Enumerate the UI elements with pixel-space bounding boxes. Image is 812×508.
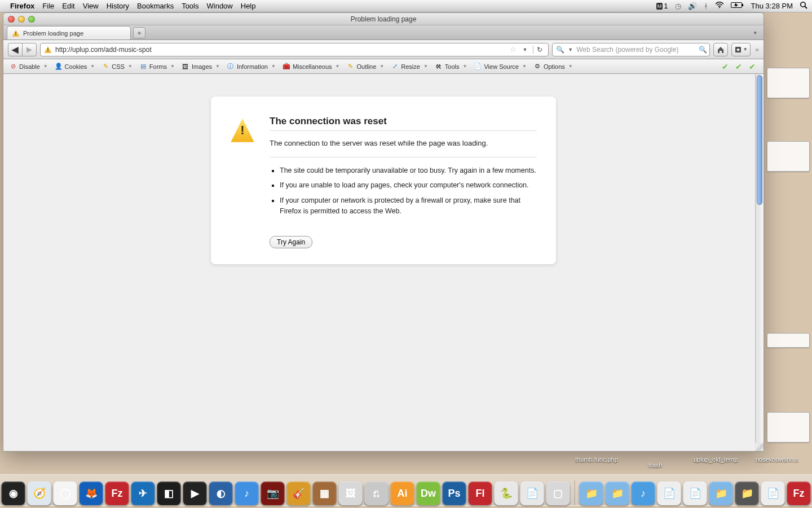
window-titlebar[interactable]: Problem loading page — [3, 13, 764, 25]
home-button[interactable] — [713, 43, 728, 56]
dock-stack-folder1[interactable]: 📁 — [580, 481, 603, 505]
viewsource-icon: 📄 — [474, 63, 482, 71]
history-dropdown-icon[interactable]: ▼ — [520, 47, 529, 52]
dev-tools[interactable]: 🛠Tools▼ — [433, 62, 471, 72]
address-bar[interactable]: http://uplup.com/add-music-spot ☆ ▼ ↻ — [40, 43, 549, 56]
menu-help[interactable]: Help — [241, 2, 256, 10]
dev-options[interactable]: ⚙Options▼ — [531, 62, 576, 72]
page-content: The connection was reset The connection … — [3, 74, 764, 451]
dock-stack-doc2[interactable]: 📄 — [683, 481, 707, 505]
tabs-menu-button[interactable]: ▾ — [751, 29, 759, 37]
resize-grip[interactable] — [755, 443, 764, 451]
timemachine-icon[interactable]: ◷ — [675, 2, 681, 10]
dock-app-dreamweaver[interactable]: Dw — [417, 481, 440, 505]
dock-app-app4[interactable]: ⎌ — [365, 481, 389, 505]
dock-app-python[interactable]: 🐍 — [495, 481, 518, 505]
dev-viewsource[interactable]: 📄View Source▼ — [471, 62, 529, 72]
desktop-item[interactable] — [767, 333, 810, 348]
dock-app-itunes[interactable]: ♪ — [235, 481, 259, 505]
menu-edit[interactable]: Edit — [62, 2, 74, 10]
check-icon[interactable]: ✔ — [735, 62, 742, 71]
tools-icon: 🛠 — [435, 63, 443, 71]
tab-active[interactable]: Problem loading page — [7, 26, 131, 40]
back-button[interactable]: ◀ — [8, 43, 23, 56]
error-suggestions: The site could be temporarily unavailabl… — [270, 165, 537, 217]
try-again-button[interactable]: Try Again — [270, 236, 312, 248]
dock-app-illustrator[interactable]: Ai — [391, 481, 414, 505]
dev-resize[interactable]: ⤢Resize▼ — [389, 62, 431, 72]
dev-outline[interactable]: ✎Outline▼ — [345, 62, 388, 72]
volume-icon[interactable]: 🔊 — [688, 2, 697, 10]
wifi-icon[interactable] — [715, 2, 724, 10]
scrollbar-thumb[interactable] — [757, 75, 762, 205]
forward-button[interactable]: ▶ — [22, 43, 37, 56]
dock-app-app2[interactable]: ◐ — [209, 481, 233, 505]
desktop-item[interactable] — [767, 68, 810, 98]
chevron-down-icon: ▼ — [169, 64, 176, 69]
search-bar[interactable]: 🔍 ▼ Web Search (powered by Google) 🔍 — [552, 43, 710, 56]
dock-stack-folder2[interactable]: 📁 — [606, 481, 629, 505]
menu-tools[interactable]: Tools — [182, 2, 198, 10]
bookmarks-button[interactable]: ▼ — [731, 43, 751, 56]
dock-app-flash[interactable]: Fl — [469, 481, 492, 505]
bookmark-star-icon[interactable]: ☆ — [510, 45, 517, 54]
dock-app-tweetdeck[interactable]: ✈ — [131, 481, 155, 505]
reload-button[interactable]: ↻ — [533, 46, 546, 54]
menu-file[interactable]: File — [42, 2, 54, 10]
dev-css[interactable]: ✎CSS▼ — [99, 62, 136, 72]
dock-app-textedit[interactable]: 📄 — [520, 481, 544, 505]
check-icon[interactable]: ✔ — [749, 62, 756, 71]
outline-icon: ✎ — [347, 63, 355, 71]
menubar-appname[interactable]: Firefox — [10, 2, 34, 10]
spotlight-icon[interactable] — [800, 1, 807, 11]
desktop-item[interactable] — [767, 141, 810, 172]
menu-window[interactable]: Window — [207, 2, 233, 10]
menubar-clock[interactable]: Thu 3:28 PM — [751, 2, 793, 10]
dock-stack-music[interactable]: ♪ — [632, 481, 655, 505]
bluetooth-icon[interactable]: ᚼ — [704, 2, 708, 10]
adobe-icon[interactable]: M 1 — [656, 2, 668, 10]
dev-forms[interactable]: ▤Forms▼ — [137, 62, 178, 72]
dock-stack-folder4[interactable]: 📁 — [735, 481, 759, 505]
overflow-icon[interactable]: » — [755, 46, 759, 54]
dock-app-garageband[interactable]: 🎸 — [287, 481, 311, 505]
dock-stack-doc1[interactable]: 📄 — [657, 481, 681, 505]
browser-window: Problem loading page Problem loading pag… — [3, 12, 764, 452]
menu-history[interactable]: History — [107, 2, 129, 10]
dock-app-terminal[interactable]: ▢ — [546, 481, 570, 505]
dock-app-app3[interactable]: ▦ — [313, 481, 337, 505]
dock-app-preview[interactable]: 🖼 — [339, 481, 363, 505]
chevron-down-icon: ▼ — [378, 64, 385, 69]
vertical-scrollbar[interactable] — [755, 74, 764, 451]
menu-bookmarks[interactable]: Bookmarks — [137, 2, 174, 10]
dock-app-quicktime[interactable]: ▶ — [183, 481, 207, 505]
dev-miscellaneous[interactable]: 🧰Miscellaneous▼ — [280, 62, 343, 72]
dock-stack-folder3[interactable]: 📁 — [709, 481, 733, 505]
error-bullet: The site could be temporarily unavailabl… — [280, 165, 537, 176]
dock-app-photobooth[interactable]: 📷 — [261, 481, 285, 505]
new-tab-button[interactable]: + — [133, 27, 145, 38]
dev-information[interactable]: ⓘInformation▼ — [224, 62, 279, 72]
desktop-item[interactable] — [767, 412, 810, 443]
dock-app-firefox[interactable]: 🦊 — [80, 481, 103, 505]
dev-images[interactable]: 🖼Images▼ — [179, 62, 223, 72]
dock-stack-doc3[interactable]: 📄 — [761, 481, 785, 505]
chevron-down-icon: ▼ — [334, 64, 341, 69]
battery-icon[interactable] — [731, 2, 744, 10]
dock-separator — [575, 480, 575, 505]
dock-app-filezilla[interactable]: Fz — [105, 481, 129, 505]
dev-cookies[interactable]: 👤Cookies▼ — [52, 62, 99, 72]
dock-app-chrome[interactable]: ◯ — [54, 481, 77, 505]
dock-app-safari[interactable]: 🧭 — [28, 481, 51, 505]
dock-app-app[interactable]: ◧ — [157, 481, 181, 505]
check-icon[interactable]: ✔ — [722, 62, 729, 71]
dock-app-dashboard[interactable]: ◉ — [2, 481, 25, 505]
dock-app-photoshop[interactable]: Ps — [443, 481, 466, 505]
dev-disable[interactable]: ⊘Disable▼ — [7, 62, 51, 72]
search-engine-dropdown-icon[interactable]: ▼ — [568, 47, 573, 52]
warning-icon — [44, 46, 52, 54]
svg-point-3 — [801, 2, 805, 7]
dock-stack-filezilla2[interactable]: Fz — [787, 481, 811, 505]
search-go-icon[interactable]: 🔍 — [699, 46, 707, 54]
menu-view[interactable]: View — [83, 2, 99, 10]
